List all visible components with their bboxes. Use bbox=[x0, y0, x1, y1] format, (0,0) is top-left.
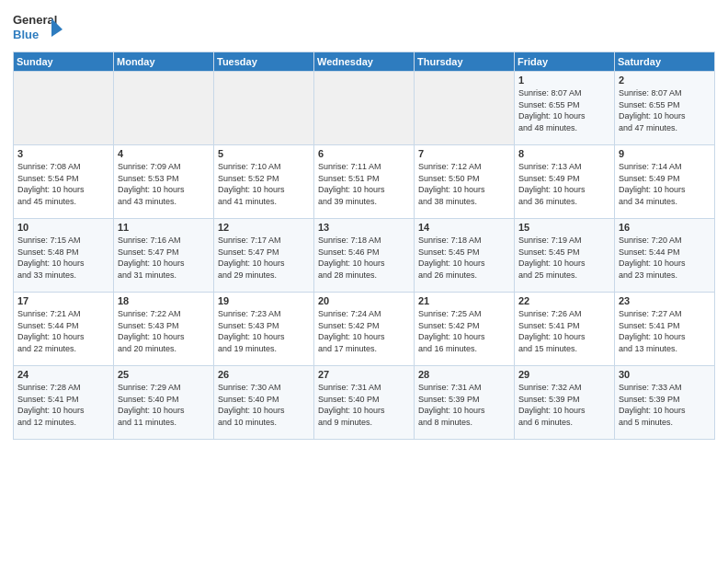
week-row-4: 17Sunrise: 7:21 AM Sunset: 5:44 PM Dayli… bbox=[14, 293, 715, 366]
day-cell: 2Sunrise: 8:07 AM Sunset: 6:55 PM Daylig… bbox=[615, 72, 715, 145]
day-cell: 18Sunrise: 7:22 AM Sunset: 5:43 PM Dayli… bbox=[114, 293, 214, 366]
week-row-5: 24Sunrise: 7:28 AM Sunset: 5:41 PM Dayli… bbox=[14, 366, 715, 440]
day-cell: 21Sunrise: 7:25 AM Sunset: 5:42 PM Dayli… bbox=[415, 293, 515, 366]
day-number: 23 bbox=[619, 295, 711, 306]
weekday-header-saturday: Saturday bbox=[615, 52, 715, 72]
day-info: Sunrise: 7:10 AM Sunset: 5:52 PM Dayligh… bbox=[218, 161, 311, 207]
day-info: Sunrise: 7:13 AM Sunset: 5:49 PM Dayligh… bbox=[518, 161, 611, 207]
day-info: Sunrise: 7:21 AM Sunset: 5:44 PM Dayligh… bbox=[17, 308, 110, 354]
day-number: 16 bbox=[619, 222, 711, 233]
day-info: Sunrise: 7:14 AM Sunset: 5:49 PM Dayligh… bbox=[619, 161, 711, 207]
day-number: 3 bbox=[17, 148, 110, 159]
day-info: Sunrise: 7:12 AM Sunset: 5:50 PM Dayligh… bbox=[418, 161, 511, 207]
page-container: GeneralBlue SundayMondayTuesdayWednesday… bbox=[0, 0, 728, 445]
day-info: Sunrise: 7:29 AM Sunset: 5:40 PM Dayligh… bbox=[118, 382, 210, 428]
day-number: 8 bbox=[518, 148, 611, 159]
weekday-header-friday: Friday bbox=[515, 52, 615, 72]
day-number: 13 bbox=[318, 222, 411, 233]
day-cell: 17Sunrise: 7:21 AM Sunset: 5:44 PM Dayli… bbox=[14, 293, 114, 366]
week-row-1: 1Sunrise: 8:07 AM Sunset: 6:55 PM Daylig… bbox=[14, 72, 715, 145]
day-info: Sunrise: 8:07 AM Sunset: 6:55 PM Dayligh… bbox=[518, 87, 611, 133]
day-cell: 8Sunrise: 7:13 AM Sunset: 5:49 PM Daylig… bbox=[515, 145, 615, 219]
day-cell bbox=[114, 72, 214, 145]
day-number: 26 bbox=[218, 369, 311, 380]
day-number: 5 bbox=[218, 148, 311, 159]
day-number: 14 bbox=[418, 222, 511, 233]
day-number: 29 bbox=[518, 369, 611, 380]
day-number: 2 bbox=[619, 75, 711, 86]
weekday-header-thursday: Thursday bbox=[415, 52, 515, 72]
day-info: Sunrise: 7:32 AM Sunset: 5:39 PM Dayligh… bbox=[518, 382, 611, 428]
svg-text:Blue: Blue bbox=[13, 28, 39, 41]
day-cell: 27Sunrise: 7:31 AM Sunset: 5:40 PM Dayli… bbox=[314, 366, 415, 440]
logo-svg: GeneralBlue bbox=[13, 9, 63, 46]
day-info: Sunrise: 7:11 AM Sunset: 5:51 PM Dayligh… bbox=[318, 161, 411, 207]
day-cell: 12Sunrise: 7:17 AM Sunset: 5:47 PM Dayli… bbox=[214, 219, 314, 293]
day-cell: 10Sunrise: 7:15 AM Sunset: 5:48 PM Dayli… bbox=[14, 219, 114, 293]
day-cell bbox=[14, 72, 114, 145]
day-number: 10 bbox=[17, 222, 110, 233]
day-cell: 29Sunrise: 7:32 AM Sunset: 5:39 PM Dayli… bbox=[515, 366, 615, 440]
logo: GeneralBlue bbox=[13, 9, 63, 46]
day-info: Sunrise: 7:20 AM Sunset: 5:44 PM Dayligh… bbox=[619, 235, 711, 281]
week-row-3: 10Sunrise: 7:15 AM Sunset: 5:48 PM Dayli… bbox=[14, 219, 715, 293]
header: GeneralBlue bbox=[13, 9, 715, 46]
day-number: 30 bbox=[619, 369, 711, 380]
day-number: 11 bbox=[118, 222, 210, 233]
day-info: Sunrise: 7:17 AM Sunset: 5:47 PM Dayligh… bbox=[218, 235, 311, 281]
day-number: 28 bbox=[418, 369, 511, 380]
day-number: 19 bbox=[218, 295, 311, 306]
day-number: 24 bbox=[17, 369, 110, 380]
day-info: Sunrise: 7:19 AM Sunset: 5:45 PM Dayligh… bbox=[518, 235, 611, 281]
weekday-header-row: SundayMondayTuesdayWednesdayThursdayFrid… bbox=[14, 52, 715, 72]
day-number: 7 bbox=[418, 148, 511, 159]
day-cell: 28Sunrise: 7:31 AM Sunset: 5:39 PM Dayli… bbox=[415, 366, 515, 440]
weekday-header-wednesday: Wednesday bbox=[314, 52, 415, 72]
day-cell: 25Sunrise: 7:29 AM Sunset: 5:40 PM Dayli… bbox=[114, 366, 214, 440]
day-cell: 4Sunrise: 7:09 AM Sunset: 5:53 PM Daylig… bbox=[114, 145, 214, 219]
day-number: 6 bbox=[318, 148, 411, 159]
day-info: Sunrise: 7:31 AM Sunset: 5:40 PM Dayligh… bbox=[318, 382, 411, 428]
day-number: 18 bbox=[118, 295, 210, 306]
day-info: Sunrise: 7:27 AM Sunset: 5:41 PM Dayligh… bbox=[619, 308, 711, 354]
day-cell: 20Sunrise: 7:24 AM Sunset: 5:42 PM Dayli… bbox=[314, 293, 415, 366]
day-info: Sunrise: 7:33 AM Sunset: 5:39 PM Dayligh… bbox=[619, 382, 711, 428]
day-cell: 6Sunrise: 7:11 AM Sunset: 5:51 PM Daylig… bbox=[314, 145, 415, 219]
day-info: Sunrise: 7:16 AM Sunset: 5:47 PM Dayligh… bbox=[118, 235, 210, 281]
day-cell bbox=[314, 72, 415, 145]
day-number: 22 bbox=[518, 295, 611, 306]
week-row-2: 3Sunrise: 7:08 AM Sunset: 5:54 PM Daylig… bbox=[14, 145, 715, 219]
day-cell: 16Sunrise: 7:20 AM Sunset: 5:44 PM Dayli… bbox=[615, 219, 715, 293]
day-cell: 7Sunrise: 7:12 AM Sunset: 5:50 PM Daylig… bbox=[415, 145, 515, 219]
day-info: Sunrise: 7:18 AM Sunset: 5:45 PM Dayligh… bbox=[418, 235, 511, 281]
day-info: Sunrise: 7:24 AM Sunset: 5:42 PM Dayligh… bbox=[318, 308, 411, 354]
day-cell: 5Sunrise: 7:10 AM Sunset: 5:52 PM Daylig… bbox=[214, 145, 314, 219]
day-info: Sunrise: 8:07 AM Sunset: 6:55 PM Dayligh… bbox=[619, 87, 711, 133]
day-number: 25 bbox=[118, 369, 210, 380]
day-cell: 19Sunrise: 7:23 AM Sunset: 5:43 PM Dayli… bbox=[214, 293, 314, 366]
day-info: Sunrise: 7:31 AM Sunset: 5:39 PM Dayligh… bbox=[418, 382, 511, 428]
day-number: 9 bbox=[619, 148, 711, 159]
weekday-header-monday: Monday bbox=[114, 52, 214, 72]
day-cell: 24Sunrise: 7:28 AM Sunset: 5:41 PM Dayli… bbox=[14, 366, 114, 440]
day-cell: 15Sunrise: 7:19 AM Sunset: 5:45 PM Dayli… bbox=[515, 219, 615, 293]
day-cell: 1Sunrise: 8:07 AM Sunset: 6:55 PM Daylig… bbox=[515, 72, 615, 145]
day-number: 12 bbox=[218, 222, 311, 233]
svg-text:General: General bbox=[13, 13, 57, 27]
day-info: Sunrise: 7:08 AM Sunset: 5:54 PM Dayligh… bbox=[17, 161, 110, 207]
day-number: 27 bbox=[318, 369, 411, 380]
day-cell: 14Sunrise: 7:18 AM Sunset: 5:45 PM Dayli… bbox=[415, 219, 515, 293]
day-cell: 11Sunrise: 7:16 AM Sunset: 5:47 PM Dayli… bbox=[114, 219, 214, 293]
day-info: Sunrise: 7:28 AM Sunset: 5:41 PM Dayligh… bbox=[17, 382, 110, 428]
day-info: Sunrise: 7:30 AM Sunset: 5:40 PM Dayligh… bbox=[218, 382, 311, 428]
day-cell: 3Sunrise: 7:08 AM Sunset: 5:54 PM Daylig… bbox=[14, 145, 114, 219]
day-number: 4 bbox=[118, 148, 210, 159]
day-number: 1 bbox=[518, 75, 611, 86]
day-cell: 30Sunrise: 7:33 AM Sunset: 5:39 PM Dayli… bbox=[615, 366, 715, 440]
day-cell: 23Sunrise: 7:27 AM Sunset: 5:41 PM Dayli… bbox=[615, 293, 715, 366]
day-cell bbox=[214, 72, 314, 145]
day-number: 21 bbox=[418, 295, 511, 306]
day-number: 15 bbox=[518, 222, 611, 233]
day-cell: 26Sunrise: 7:30 AM Sunset: 5:40 PM Dayli… bbox=[214, 366, 314, 440]
day-cell: 22Sunrise: 7:26 AM Sunset: 5:41 PM Dayli… bbox=[515, 293, 615, 366]
